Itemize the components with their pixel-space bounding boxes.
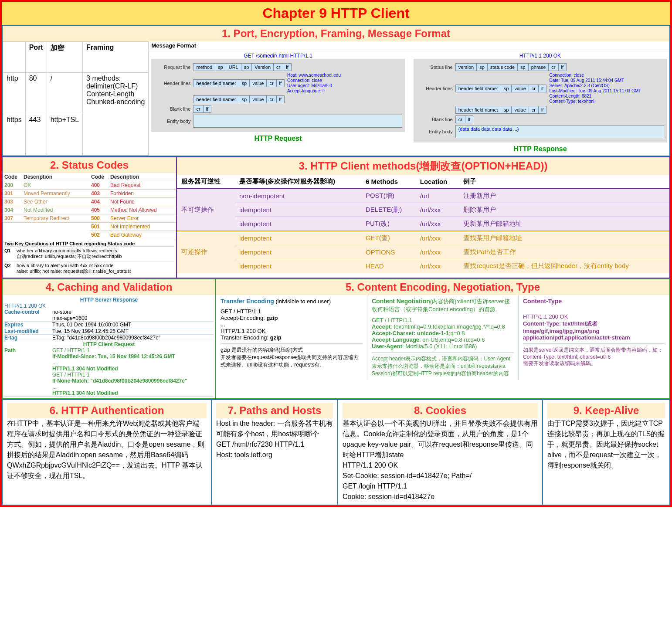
row-sections-4-5: 4. Caching and Validation HTTP Server Re…: [2, 278, 670, 399]
section-9: 9. Keep-Alive 由于TCP需要3次握手，因此建立TCP连接比较昂贵；…: [543, 400, 669, 505]
s5-c1-note: gzip 是最流行的内容编码(压缩)方式 开发者需要在request和respo…: [221, 343, 363, 369]
res-label-hdr: Header lines: [416, 86, 455, 91]
s1-https-proto: https: [3, 114, 26, 155]
s1-https-enc: http+TSL: [47, 114, 82, 155]
sc-q1b: 自动redirect: urllib,requests; 不自动redirect…: [17, 253, 122, 260]
section-7: 7. Paths and Hosts Host in the header: 一…: [212, 400, 338, 505]
s1-http-enc: /: [47, 72, 82, 114]
section-7-title: 7. Paths and Hosts: [216, 403, 333, 418]
status-codes-left: CodeDescription200OK301Moved Permanently…: [3, 173, 89, 239]
sc-q2b: raise: urllib; not raise: requests(除非r.r…: [17, 268, 132, 275]
section-8-title: 8. Cookies: [343, 403, 538, 418]
s5-c1h2: (inivisible to end user): [274, 298, 331, 305]
s5-col-negotiation: Content Negotiation(内容协商):client可告诉serve…: [367, 295, 519, 380]
s4-cache-v1: no-store: [52, 309, 214, 315]
s4-r1-2: If-Modified-Since: Tue, 15 Nov 1994 12:4…: [52, 353, 175, 360]
req-label-body: Entity body: [154, 119, 193, 124]
http-methods-table: 服务器可逆性是否幂等(多次操作对服务器影响)6 MethodsLocation例…: [177, 175, 669, 273]
section-2: 2. Status Codes CodeDescription200OK301M…: [3, 157, 177, 278]
section-1: 1. Port, Encryption, Framing, Message Fo…: [2, 25, 670, 156]
s5-col-contenttype: Content-Type HTTP/1.1 200 OK Content-Typ…: [519, 295, 669, 380]
s8-l1: HTTP/1.1 200 OK: [343, 460, 538, 471]
s5-c2-note: Accept header表示内容格式，语言和内容编码；User-Agent表示…: [372, 352, 514, 377]
s7-l3: Host: tools.ietf.org: [216, 450, 333, 460]
section-3-title: 3. HTTP Client methods(增删改查(OPTION+HEAD)…: [177, 157, 669, 175]
document-root: Chapter 9 HTTP Client 1. Port, Encryptio…: [0, 0, 672, 507]
req-example-line: GET /somedir/.html HTTP/1.1: [151, 53, 404, 59]
s5-c3-1: HTTP/1.1 200 OK: [523, 313, 665, 320]
s5-c2h: Content Negotiation: [372, 298, 430, 305]
s1-col-port: Port: [25, 42, 47, 73]
res-label-status: Status line: [416, 64, 455, 70]
s4-resp-header: HTTP Server Response: [4, 297, 214, 303]
s7-l2: GET /html/rfc7230 HTTP/1.1: [216, 439, 333, 450]
s4-r1-4: HTTP/1.1 304 Not Modified: [52, 366, 118, 372]
section-9-title: 9. Keep-Alive: [547, 403, 665, 418]
req-label-blank: Blank line: [154, 106, 193, 112]
req-hdr-blocks: header field name:spvaluecrlf: [193, 79, 285, 87]
sc-q1a: whether a library automatically follows …: [17, 248, 122, 253]
status-code-questions: Two Key Questions of HTTP Client regardi…: [3, 239, 176, 278]
req-label-reqline: Request line: [154, 64, 193, 70]
section-6: 6. HTTP Authentication 在HTTP中，基本认证是一种用来允…: [3, 400, 212, 505]
sc-q-title: Two Key Questions of HTTP Client regardi…: [4, 241, 174, 246]
req-body-block: [193, 115, 402, 128]
res-line-blocks: versionspstatus codespphrasecrlf: [455, 63, 567, 71]
s4-exp-v: Thus, 01 Dec 1994 16:00:00 GMT: [52, 322, 214, 328]
s1-col-framing: Framing: [83, 42, 149, 73]
s5-c2-1: GET / HTTP/1.1: [372, 317, 514, 323]
s1-http-port: 80: [25, 72, 47, 114]
s4-r2-2: If-None-Match: "d41d8cd98f00b204e9800998…: [52, 378, 187, 384]
res-example-line: HTTP/1.1 200 OK: [414, 53, 667, 59]
res-hdr-blocks: header field name:spvaluecrlf: [455, 85, 547, 92]
chapter-title: Chapter 9 HTTP Client: [2, 2, 670, 25]
req-line-blocks: methodspURLspVersioncrlf: [193, 63, 291, 71]
res-body-block: (data data data data data ...): [455, 125, 664, 138]
res-label-blank: Blank line: [416, 117, 455, 122]
s4-req-header: HTTP Client Request: [4, 341, 214, 347]
s4-r1-1: GET / HTTP/1.1: [52, 347, 214, 353]
s4-r1-3: ...: [52, 360, 214, 366]
req-hdr-blocks-2: header field name:spvaluecrlf: [193, 95, 285, 103]
s5-c1-4: HTTP/1.1 200 OK: [221, 328, 363, 334]
res-label-body: Entity body: [416, 129, 455, 134]
s4-lm-k: Last-modified: [4, 328, 52, 334]
req-note: Host: www.someschool.edu Connection: clo…: [285, 73, 341, 94]
s1-framing: 3 methods: delimiter(CR-LF) Content-Leng…: [83, 72, 149, 155]
res-note: Connection: close Date: Tue, 09 Aug 2011…: [546, 73, 641, 104]
s6-body: 在HTTP中，基本认证是一种用来允许Web浏览器或其他客户端程序在请求时提供用户…: [7, 418, 207, 481]
req-caption: HTTP Request: [151, 132, 404, 143]
s8-l3: GET /login HTTP/1.1: [343, 481, 538, 492]
s7-l1: Host in the header: 一台服务器主机有可能有多个host，用h…: [216, 418, 333, 439]
http-response-diagram: HTTP/1.1 200 OK Status line versionspsta…: [414, 53, 667, 153]
section-2-title: 2. Status Codes: [3, 157, 176, 173]
s4-path-k: Path: [4, 347, 52, 396]
section-4-title: 4. Caching and Validation: [3, 279, 215, 295]
section-4: 4. Caching and Validation HTTP Server Re…: [3, 279, 216, 398]
s5-c3h: Content-Type: [523, 298, 665, 305]
s4-r2-3: ...: [52, 384, 214, 390]
s8-body: 基本认证会以一个不美观的UI弹出，并且登录失败不会提供有用信息。Cookie允许…: [343, 418, 538, 460]
s5-c3-note: 如果是server返回是纯文本，通常后面会附带内容编码，如： Content-T…: [523, 343, 665, 367]
s4-r2-1: GET / HTTP/1.1: [52, 372, 214, 378]
s1-col0: [3, 42, 26, 73]
s4-cache-k: Cache-control: [4, 309, 52, 321]
s8-l4: Cookie: session-id=d418427e: [343, 492, 538, 502]
s1-col-enc: 加密: [47, 42, 82, 73]
res-blank-blocks: crlf: [455, 115, 474, 123]
s4-et-v: ETag: "d41d8cd98f00b204e9800998ecf8427e": [52, 335, 214, 341]
s4-r2-4: HTTP/1.1 304 Not Modified: [52, 390, 118, 396]
s4-status: HTTP/1.1 200 OK: [4, 303, 214, 309]
req-label-hdr: Header lines: [154, 81, 193, 86]
s4-et-k: E-tag: [4, 335, 52, 341]
res-hdr-blocks-2: header field name:spvaluecrlf: [455, 106, 547, 114]
s9-body: 由于TCP需要3次握手，因此建立TCP连接比较昂贵；再加上现在的TLS的握手，就…: [547, 418, 665, 471]
s4-exp-k: Expires: [4, 322, 52, 328]
s5-c1h: Transfer Encoding: [221, 298, 274, 305]
s5-c1-3: ...: [221, 321, 363, 328]
section-1-title: 1. Port, Encryption, Framing, Message Fo…: [3, 26, 669, 41]
s1-http-proto: http: [3, 72, 26, 114]
status-codes-right: CodeDescription400Bad Request403Forbidde…: [89, 173, 176, 239]
s4-cache-v2: max-age=3600: [52, 315, 214, 321]
s5-c3-2: Content-Type: text/html或者image/gif,imag/…: [523, 320, 665, 341]
